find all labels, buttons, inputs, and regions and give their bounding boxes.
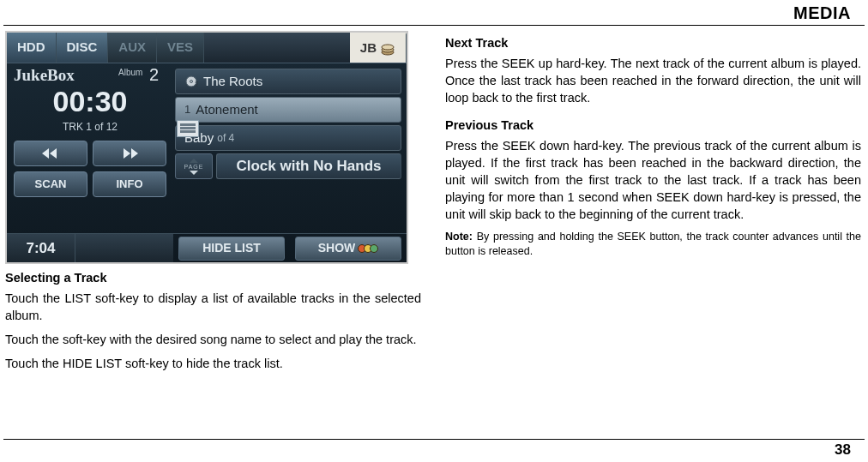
note-text: Note: By pressing and holding the SEEK b…: [445, 230, 861, 260]
source-tab-bar: HDD DISC AUX VES JB: [7, 33, 407, 63]
hide-list-button[interactable]: HIDE LIST: [178, 237, 285, 261]
two-column-layout: HDD DISC AUX VES JB Album 2: [0, 31, 868, 439]
body-text: Press the SEEK down hard-key. The previo…: [445, 137, 861, 223]
tab-spacer: [204, 33, 350, 63]
svg-point-2: [382, 45, 394, 50]
track-row[interactable]: Clock with No Hands: [216, 153, 401, 179]
now-playing-pane: JukeBox 00:30 TRK 1 of 12 S: [7, 63, 172, 233]
heading-previous-track: Previous Track: [445, 117, 861, 134]
tab-jukebox-label: JB: [360, 39, 377, 57]
manual-page: MEDIA HDD DISC AUX VES JB: [0, 0, 868, 462]
body-text: Press the SEEK up hard-key. The next tra…: [445, 55, 861, 106]
page-number: 38: [3, 439, 865, 462]
note-label: Note:: [445, 231, 473, 243]
scan-button[interactable]: SCAN: [14, 171, 87, 197]
radio-screenshot: HDD DISC AUX VES JB Album 2: [5, 31, 408, 264]
show-label: SHOW: [318, 240, 356, 256]
bottom-spacer: [75, 234, 173, 262]
show-button[interactable]: SHOW: [295, 237, 401, 261]
track-list: 2 The Roots 1 Atonement Baby of 4: [172, 63, 407, 233]
clock-display: 7:04: [7, 234, 75, 262]
info-button[interactable]: INFO: [93, 171, 166, 197]
scan-info-row: SCAN INFO: [14, 171, 166, 197]
now-playing-thumbnail-icon: [177, 120, 199, 137]
track-row-selected[interactable]: 1 Atonement: [175, 97, 401, 123]
left-column: HDD DISC AUX VES JB Album 2: [5, 31, 421, 439]
discs-icon: [360, 244, 378, 253]
album-label: Album: [118, 67, 142, 79]
tab-ves[interactable]: VES: [157, 33, 204, 63]
page-header: MEDIA: [0, 0, 868, 25]
heading-selecting-track: Selecting a Track: [5, 269, 421, 286]
body-text: Touch the HIDE LIST soft-key to hide the…: [5, 355, 421, 372]
page-label: PAGE: [184, 164, 204, 170]
note-body: By pressing and holding the SEEK button,…: [445, 231, 861, 257]
page-button[interactable]: PAGE: [175, 153, 213, 179]
page-down-icon: [190, 171, 198, 175]
tab-disc[interactable]: DISC: [57, 33, 109, 63]
track-counter: TRK 1 of 12: [14, 120, 166, 135]
jukebox-icon: [380, 42, 395, 56]
tab-aux[interactable]: AUX: [108, 33, 157, 63]
body-text: Touch the LIST soft-key to display a lis…: [5, 290, 421, 324]
body-text: Touch the soft-key with the desired song…: [5, 331, 421, 348]
track-of-count: of 4: [217, 131, 234, 146]
header-divider: [3, 25, 865, 26]
tab-jukebox[interactable]: JB: [350, 33, 407, 63]
tab-hdd[interactable]: HDD: [7, 33, 57, 63]
fast-forward-button[interactable]: [93, 141, 166, 166]
seek-row: [14, 141, 166, 166]
page-up-icon: [190, 159, 198, 163]
cd-icon: 2: [184, 75, 198, 88]
artist-row[interactable]: 2 The Roots: [175, 69, 401, 94]
bottom-bar: 7:04 HIDE LIST SHOW: [7, 233, 407, 262]
track-title: Atonement: [196, 101, 258, 119]
svg-point-4: [190, 81, 193, 83]
elapsed-time: 00:30: [14, 81, 166, 122]
album-number: 2: [149, 63, 159, 87]
heading-next-track: Next Track: [445, 34, 861, 51]
svg-text:2: 2: [195, 80, 198, 88]
right-column: Next Track Press the SEEK up hard-key. T…: [445, 31, 861, 439]
track-title: Clock with No Hands: [236, 156, 381, 176]
track-index: 1: [184, 102, 190, 117]
artist-name: The Roots: [203, 73, 262, 91]
page-and-track-row: PAGE Clock with No Hands: [175, 153, 401, 179]
rewind-button[interactable]: [14, 141, 87, 166]
track-row[interactable]: Baby of 4: [175, 125, 401, 151]
main-row: JukeBox 00:30 TRK 1 of 12 S: [7, 63, 407, 233]
